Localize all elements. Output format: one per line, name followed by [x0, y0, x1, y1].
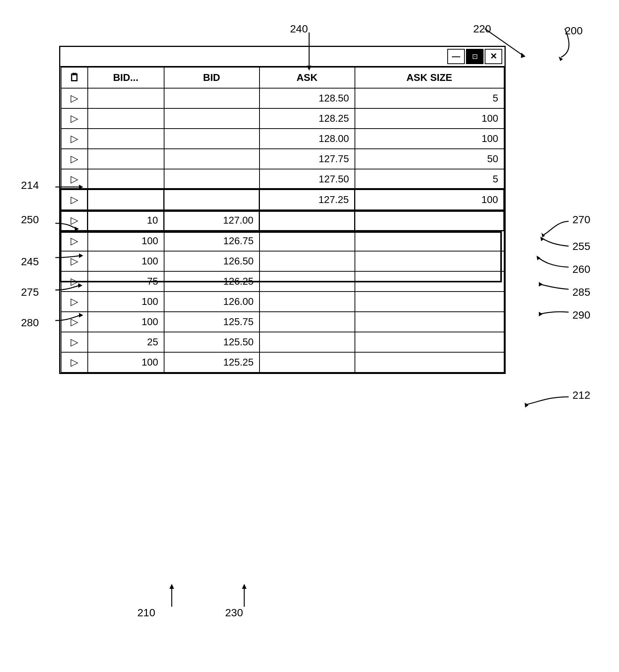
svg-marker-12	[537, 256, 540, 260]
label-275: 275	[21, 286, 39, 298]
svg-marker-11	[540, 237, 544, 241]
row-bid-size	[88, 88, 164, 108]
order-book-table: 🗒 BID... BID ASK ASK SIZE ▷ 128.50 5	[60, 67, 505, 373]
label-214: 214	[21, 179, 39, 192]
table-row: ▷ 100 126.75	[61, 231, 504, 251]
row-ask-size	[355, 210, 504, 231]
row-ask-size	[355, 292, 504, 312]
label-240: 240	[290, 23, 308, 35]
svg-marker-10	[542, 233, 545, 237]
row-bid-size: 10	[88, 210, 164, 231]
label-212: 212	[572, 389, 590, 401]
row-ask-size: 5	[355, 88, 504, 108]
row-icon: ▷	[61, 108, 88, 129]
table-icon: 🗒	[69, 72, 80, 84]
row-icon: ▷	[61, 210, 88, 231]
table-row: ▷ 128.00 100	[61, 129, 504, 149]
col-bid-size: BID...	[88, 67, 164, 88]
table-row-highlighted-bid: ▷ 10 127.00	[61, 210, 504, 231]
row-icon: ▷	[61, 149, 88, 169]
row-bid: 127.00	[164, 210, 260, 231]
label-280: 280	[21, 317, 39, 329]
row-ask	[260, 332, 355, 352]
label-200: 200	[565, 25, 583, 37]
row-bid-size: 100	[88, 231, 164, 251]
row-ask: 128.00	[260, 129, 355, 149]
row-icon: ▷	[61, 271, 88, 292]
trading-window: — ⊡ ✕ 🗒 BID... BID ASK ASK SIZE	[59, 46, 506, 374]
row-ask-size: 100	[355, 108, 504, 129]
row-icon: ▷	[61, 231, 88, 251]
table-row: ▷ 100 126.50	[61, 251, 504, 271]
row-ask	[260, 210, 355, 231]
row-bid-size: 75	[88, 271, 164, 292]
table-row: ▷ 127.75 50	[61, 149, 504, 169]
row-bid-size	[88, 129, 164, 149]
maximize-button[interactable]: ⊡	[466, 49, 484, 64]
col-ask-size: ASK SIZE	[355, 67, 504, 88]
label-290: 290	[572, 309, 590, 321]
row-ask-size: 50	[355, 149, 504, 169]
row-ask	[260, 352, 355, 372]
row-bid-size	[88, 149, 164, 169]
row-icon: ▷	[61, 352, 88, 372]
row-bid-size	[88, 190, 164, 210]
row-ask	[260, 312, 355, 332]
label-220: 220	[473, 23, 491, 35]
row-bid-size	[88, 108, 164, 129]
label-230: 230	[225, 607, 243, 619]
table-row: ▷ 75 126.25	[61, 271, 504, 292]
row-icon: ▷	[61, 88, 88, 108]
label-210: 210	[137, 607, 155, 619]
row-ask	[260, 292, 355, 312]
row-bid-size: 100	[88, 352, 164, 372]
row-ask: 127.25	[260, 190, 355, 210]
row-bid: 126.50	[164, 251, 260, 271]
table-row: ▷ 25 125.50	[61, 332, 504, 352]
minimize-button[interactable]: —	[447, 49, 465, 64]
row-icon: ▷	[61, 169, 88, 190]
table-row: ▷ 128.25 100	[61, 108, 504, 129]
row-ask-size: 100	[355, 129, 504, 149]
svg-marker-13	[539, 282, 543, 287]
row-bid-size: 100	[88, 251, 164, 271]
svg-marker-17	[169, 584, 174, 589]
row-bid-size: 25	[88, 332, 164, 352]
label-270: 270	[572, 214, 590, 226]
row-bid: 126.25	[164, 271, 260, 292]
svg-marker-3	[521, 53, 526, 58]
row-icon: ▷	[61, 251, 88, 271]
row-ask-size	[355, 251, 504, 271]
row-ask-size	[355, 271, 504, 292]
label-245: 245	[21, 256, 39, 268]
table-row: ▷ 100 125.25	[61, 352, 504, 372]
row-ask-size: 5	[355, 169, 504, 190]
svg-marker-4	[559, 56, 563, 61]
svg-marker-19	[242, 584, 247, 589]
table-row: ▷ 127.50 5	[61, 169, 504, 190]
table-row: ▷ 128.50 5	[61, 88, 504, 108]
row-ask	[260, 251, 355, 271]
row-icon: ▷	[61, 312, 88, 332]
close-button[interactable]: ✕	[485, 49, 502, 64]
row-ask	[260, 271, 355, 292]
row-bid: 126.75	[164, 231, 260, 251]
row-bid-size	[88, 169, 164, 190]
row-bid	[164, 88, 260, 108]
row-icon: ▷	[61, 129, 88, 149]
label-250: 250	[21, 214, 39, 226]
row-bid	[164, 108, 260, 129]
row-bid	[164, 190, 260, 210]
svg-marker-15	[525, 403, 529, 408]
row-ask-size: 100	[355, 190, 504, 210]
row-bid	[164, 149, 260, 169]
label-285: 285	[572, 286, 590, 298]
row-bid: 125.75	[164, 312, 260, 332]
row-ask-size	[355, 332, 504, 352]
col-ask: ASK	[260, 67, 355, 88]
row-ask: 127.50	[260, 169, 355, 190]
table-row-highlighted-ask: ▷ 127.25 100	[61, 190, 504, 210]
col-icon: 🗒	[61, 67, 88, 88]
row-ask: 128.25	[260, 108, 355, 129]
row-ask-size	[355, 312, 504, 332]
